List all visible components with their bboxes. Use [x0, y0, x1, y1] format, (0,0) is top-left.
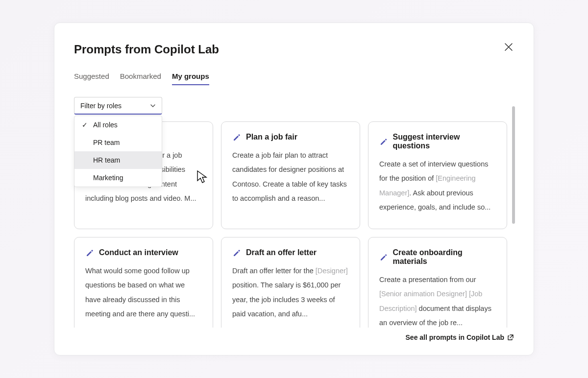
chevron-down-icon — [150, 103, 156, 109]
prompt-card[interactable]: Create onboarding materials Create a pre… — [368, 237, 507, 328]
card-title: Suggest interview questions — [392, 133, 496, 150]
card-body: Create a job fair plan to attract candid… — [232, 148, 349, 206]
prompt-card[interactable]: Draft an offer letter Draft an offer let… — [221, 237, 360, 328]
filter-option-hr-team[interactable]: HR team — [74, 151, 162, 169]
see-all-prompts-link[interactable]: See all prompts in Copilot Lab — [74, 333, 514, 341]
tabs: Suggested Bookmarked My groups — [74, 72, 514, 85]
card-body: Draft an offer letter for the [Designer]… — [232, 264, 349, 321]
filter-dropdown-menu: ✓ All roles PR team HR team Marketing — [74, 116, 162, 187]
card-body: What would some good follow up questions… — [85, 264, 202, 321]
prompt-card[interactable]: Plan a job fair Create a job fair plan t… — [221, 121, 360, 229]
prompt-icon — [379, 253, 388, 261]
tab-suggested[interactable]: Suggested — [74, 72, 109, 85]
card-body: Create a set of interview questions for … — [379, 157, 496, 214]
external-link-icon — [507, 334, 514, 341]
close-button[interactable] — [502, 41, 515, 53]
placeholder-text: [Designer] — [316, 267, 348, 275]
close-icon — [504, 43, 513, 51]
prompt-icon — [379, 137, 388, 146]
card-title: Draft an offer letter — [246, 248, 317, 257]
filter-label: Filter by roles — [80, 102, 122, 110]
filter-dropdown-wrap: Filter by roles ✓ All roles PR team HR t… — [74, 97, 162, 115]
card-title: Plan a job fair — [246, 133, 297, 142]
scrollbar[interactable] — [512, 106, 515, 224]
prompt-card[interactable]: Conduct an interview What would some goo… — [74, 237, 213, 328]
tab-bookmarked[interactable]: Bookmarked — [120, 72, 161, 85]
check-icon: ✓ — [81, 121, 88, 129]
tab-my-groups[interactable]: My groups — [172, 72, 209, 85]
card-title: Create onboarding materials — [392, 248, 496, 266]
filter-by-roles-button[interactable]: Filter by roles — [74, 97, 162, 115]
prompt-icon — [85, 248, 94, 257]
prompt-icon — [232, 248, 241, 257]
card-title: Conduct an interview — [99, 248, 178, 257]
prompt-card[interactable]: Suggest interview questions Create a set… — [368, 121, 507, 229]
copilot-lab-modal: Prompts from Copilot Lab Suggested Bookm… — [54, 23, 534, 355]
filter-option-pr-team[interactable]: PR team — [74, 134, 162, 151]
card-body: Create a presentation from our [Senior a… — [379, 273, 496, 328]
modal-title: Prompts from Copilot Lab — [74, 43, 514, 56]
filter-option-all-roles[interactable]: ✓ All roles — [74, 116, 162, 134]
filter-option-marketing[interactable]: Marketing — [74, 169, 162, 187]
prompt-icon — [232, 133, 241, 142]
